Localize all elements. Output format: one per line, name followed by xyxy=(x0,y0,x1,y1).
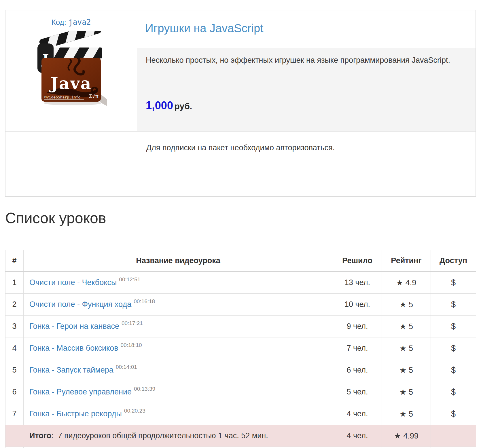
access-indicator: $ xyxy=(431,359,476,381)
star-icon: ★ xyxy=(399,344,406,353)
table-row: 7 Гонка - Быстрые рекорды00:20:23 4 чел.… xyxy=(5,403,476,425)
package-card: Код: java2 xyxy=(5,10,476,197)
column-header-title: Название видеоурока xyxy=(24,250,333,272)
lesson-duration: 00:12:51 xyxy=(119,276,140,282)
column-header-num: # xyxy=(5,250,24,272)
summary-rating-cell: ★4.99 xyxy=(382,425,431,447)
access-indicator: $ xyxy=(431,381,476,403)
solved-count: 10 чел. xyxy=(333,294,382,316)
java-label: Java xyxy=(49,74,92,93)
solved-count: 5 чел. xyxy=(333,381,382,403)
lessons-table: # Название видеоурока Решило Рейтинг Дос… xyxy=(5,250,476,448)
package-card-top-row: Код: java2 xyxy=(5,10,476,131)
lesson-link[interactable]: Очисти поле - Функция хода xyxy=(29,300,131,309)
solved-count: 6 чел. xyxy=(333,359,382,381)
rating-value: 4.9 xyxy=(406,278,416,287)
auth-notice-row: Для подписки на пакет необходимо авториз… xyxy=(5,131,476,164)
package-image-cell: Код: java2 xyxy=(5,10,137,131)
solved-count: 13 чел. xyxy=(333,272,382,294)
lesson-number: 6 xyxy=(5,381,24,403)
column-header-access: Доступ xyxy=(431,250,476,272)
package-code-label: Код: xyxy=(52,18,66,26)
summary-row: Итого: 7 видеоуроков общей продолжительн… xyxy=(5,425,476,447)
table-row-cutoff xyxy=(5,447,476,448)
lesson-number: 3 xyxy=(5,316,24,337)
rating-cell: ★5 xyxy=(382,337,431,359)
star-icon: ★ xyxy=(399,300,406,309)
lesson-duration: 00:13:39 xyxy=(134,386,155,392)
rating-value: 5 xyxy=(409,366,413,375)
summary-colon: : xyxy=(51,431,54,440)
solved-count: 9 чел. xyxy=(333,316,382,337)
star-icon: ★ xyxy=(399,322,406,331)
lesson-duration: 00:14:01 xyxy=(116,364,137,370)
auth-notice-text: Для подписки на пакет необходимо авториз… xyxy=(146,143,335,152)
rating-cell: ★5 xyxy=(382,294,431,316)
package-info-cell: Игрушки на JavaScript Несколько простых,… xyxy=(137,10,476,131)
lesson-link[interactable]: Гонка - Герои на канвасе xyxy=(29,322,119,331)
table-row: 5 Гонка - Запуск таймера00:14:01 6 чел. … xyxy=(5,359,476,381)
package-description-panel: Несколько простых, но эффектных игрушек … xyxy=(137,48,476,131)
column-header-rating: Рейтинг xyxy=(382,250,431,272)
price-currency: руб. xyxy=(175,101,192,111)
lesson-link[interactable]: Гонка - Быстрые рекорды xyxy=(29,409,122,418)
table-row: 6 Гонка - Рулевое управление00:13:39 5 ч… xyxy=(5,381,476,403)
clapper-body: Java ©VideoSharp.info Σ√π xyxy=(41,58,101,102)
price-amount: 1,000 xyxy=(146,99,173,111)
lesson-duration: 00:16:18 xyxy=(134,298,155,304)
package-code: Код: java2 xyxy=(5,10,137,27)
table-row: 4 Гонка - Массив боксиков00:18:10 7 чел.… xyxy=(5,337,476,359)
package-description: Несколько простых, но эффектных игрушек … xyxy=(146,56,467,65)
table-row: 2 Очисти поле - Функция хода00:16:18 10 … xyxy=(5,294,476,316)
rating-value: 5 xyxy=(409,388,413,396)
rating-value: 5 xyxy=(409,410,413,418)
lesson-duration: 00:20:23 xyxy=(124,408,145,414)
lesson-number: 5 xyxy=(5,359,24,381)
summary-text-cell: Итого: 7 видеоуроков общей продолжительн… xyxy=(5,425,333,447)
lesson-number: 4 xyxy=(5,337,24,359)
access-indicator: $ xyxy=(431,337,476,359)
access-indicator: $ xyxy=(431,272,476,294)
package-cover-image: J Java ©VideoSharp.info xyxy=(5,31,137,108)
star-icon: ★ xyxy=(399,388,406,396)
solved-count: 4 чел. xyxy=(333,403,382,425)
lesson-number: 1 xyxy=(5,272,24,294)
lesson-duration: 00:17:21 xyxy=(122,320,143,326)
lesson-link[interactable]: Гонка - Запуск таймера xyxy=(29,366,113,374)
star-icon: ★ xyxy=(394,432,401,440)
rating-cell: ★5 xyxy=(382,381,431,403)
summary-text: 7 видеоуроков общей продолжительностью 1… xyxy=(58,431,268,440)
access-indicator: $ xyxy=(431,294,476,316)
lesson-number: 2 xyxy=(5,294,24,316)
table-row: 3 Гонка - Герои на канвасе00:17:21 9 чел… xyxy=(5,316,476,337)
rating-value: 5 xyxy=(409,300,413,309)
column-header-solved: Решило xyxy=(333,250,382,272)
lesson-link[interactable]: Гонка - Массив боксиков xyxy=(29,344,118,352)
formula-glyph: Σ√π xyxy=(89,93,99,99)
watermark-text: ©VideoSharp.info xyxy=(44,95,80,99)
package-price: 1,000 руб. xyxy=(146,99,467,112)
rating-value: 5 xyxy=(409,344,413,353)
summary-label: Итого xyxy=(29,431,51,440)
lesson-link[interactable]: Гонка - Рулевое управление xyxy=(29,388,132,396)
summary-solved: 4 чел. xyxy=(333,425,382,447)
lesson-number: 7 xyxy=(5,403,24,425)
star-icon: ★ xyxy=(396,278,403,287)
summary-access-cell xyxy=(431,425,476,447)
lesson-duration: 00:18:10 xyxy=(121,342,142,348)
summary-rating-value: 4.99 xyxy=(403,432,418,440)
rating-cell: ★5 xyxy=(382,316,431,337)
page-title: Игрушки на JavaScript xyxy=(137,10,476,35)
access-indicator: $ xyxy=(431,403,476,425)
package-title-area: Игрушки на JavaScript xyxy=(137,10,476,48)
java-clapperboard-art: J Java ©VideoSharp.info xyxy=(35,31,107,107)
access-indicator: $ xyxy=(431,316,476,337)
star-icon: ★ xyxy=(399,366,406,375)
lessons-heading: Список уроков xyxy=(5,210,481,225)
rating-value: 5 xyxy=(409,322,413,331)
lesson-link[interactable]: Очисти поле - Чекбоксы xyxy=(29,278,117,287)
star-icon: ★ xyxy=(399,410,406,418)
rating-cell: ★5 xyxy=(382,359,431,381)
table-header-row: # Название видеоурока Решило Рейтинг Дос… xyxy=(5,250,476,272)
package-code-value: java2 xyxy=(68,18,91,26)
